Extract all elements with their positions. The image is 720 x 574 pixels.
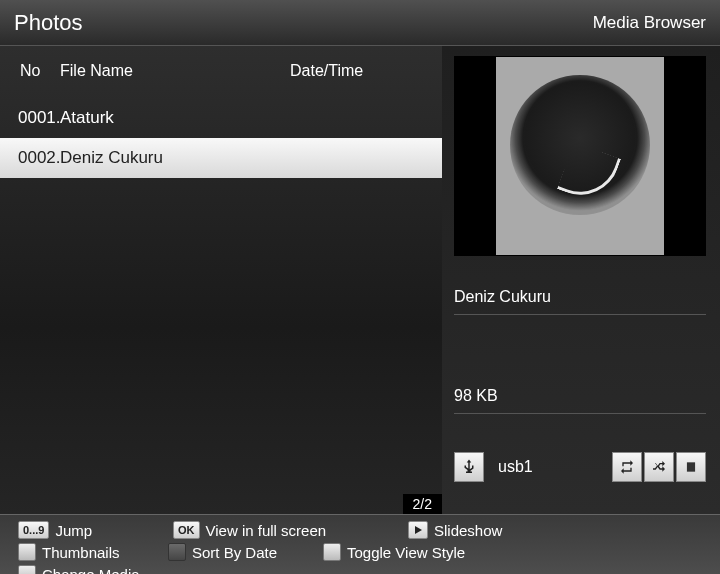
preview-image (454, 56, 706, 256)
column-date: Date/Time (290, 62, 442, 80)
footer-toggle: Toggle View Style (323, 543, 558, 561)
cell-name: Ataturk (60, 108, 290, 128)
footer-thumbnails: Thumbnails (18, 543, 168, 561)
device-label: usb1 (498, 458, 602, 476)
footer-label: Change Media (42, 566, 140, 575)
play-icon (408, 521, 428, 539)
preview-panel: Deniz Cukuru 98 KB usb1 (442, 46, 720, 514)
table-header: No File Name Date/Time (0, 46, 442, 98)
usb-icon[interactable] (454, 452, 484, 482)
footer-label: Thumbnails (42, 544, 120, 561)
table-row[interactable]: 0001. Ataturk (0, 98, 442, 138)
footer-label: Sort By Date (192, 544, 277, 561)
footer-label: View in full screen (206, 522, 327, 539)
svg-rect-0 (687, 462, 695, 471)
footer-label: Slideshow (434, 522, 502, 539)
footer-bar: 0...9 Jump OK View in full screen Slides… (0, 514, 720, 574)
table-row[interactable]: 0002. Deniz Cukuru (0, 138, 442, 178)
file-list-panel: No File Name Date/Time 0001. Ataturk 000… (0, 46, 442, 514)
footer-label: Jump (55, 522, 92, 539)
device-row: usb1 (454, 452, 706, 482)
page-subtitle: Media Browser (593, 13, 706, 33)
page-title: Photos (14, 10, 83, 36)
footer-ok: OK View in full screen (173, 521, 408, 539)
cell-name: Deniz Cukuru (60, 148, 290, 168)
footer-sort: Sort By Date (168, 543, 323, 561)
key-color (18, 543, 36, 561)
key-color (323, 543, 341, 561)
column-no: No (0, 62, 60, 80)
preview-filename: Deniz Cukuru (454, 288, 706, 315)
cell-no: 0002. (0, 148, 60, 168)
key-color (18, 565, 36, 574)
preview-filesize: 98 KB (454, 387, 706, 414)
key-color (168, 543, 186, 561)
main-area: No File Name Date/Time 0001. Ataturk 000… (0, 46, 720, 514)
repeat-icon[interactable] (612, 452, 642, 482)
footer-slideshow: Slideshow (408, 521, 558, 539)
footer-label: Toggle View Style (347, 544, 465, 561)
column-name: File Name (60, 62, 290, 80)
page-counter: 2/2 (403, 494, 442, 514)
stop-icon[interactable] (676, 452, 706, 482)
key-digits: 0...9 (18, 521, 49, 539)
footer-jump: 0...9 Jump (18, 521, 173, 539)
key-ok: OK (173, 521, 200, 539)
header: Photos Media Browser (0, 0, 720, 46)
footer-change: Change Media (18, 565, 168, 574)
shuffle-icon[interactable] (644, 452, 674, 482)
cell-no: 0001. (0, 108, 60, 128)
